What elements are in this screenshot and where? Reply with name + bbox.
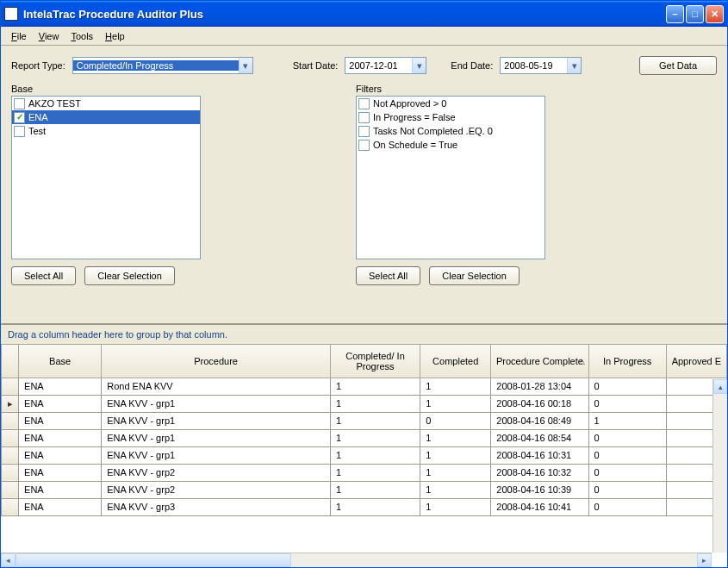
cell[interactable]: ENA KVV - grp3 bbox=[102, 498, 331, 515]
cell[interactable]: 2008-04-16 00:18 bbox=[491, 395, 588, 412]
cell[interactable]: 0 bbox=[588, 481, 666, 498]
list-item[interactable]: Tasks Not Completed .EQ. 0 bbox=[357, 124, 544, 138]
cell[interactable]: ENA KVV - grp2 bbox=[102, 481, 331, 498]
cell[interactable]: 2008-04-16 10:41 bbox=[491, 498, 588, 515]
cell[interactable]: 1 bbox=[420, 464, 491, 481]
checkbox-icon[interactable] bbox=[358, 98, 370, 109]
end-date-select[interactable]: 2008-05-19 ▾ bbox=[500, 57, 582, 74]
col-procedure-complete[interactable]: Procedure Complete△ bbox=[491, 345, 588, 378]
cell[interactable]: 1 bbox=[420, 481, 491, 498]
cell[interactable]: 1 bbox=[420, 378, 491, 395]
menu-file[interactable]: File bbox=[6, 29, 32, 43]
cell[interactable]: 0 bbox=[588, 429, 666, 446]
cell[interactable]: ENA bbox=[19, 378, 102, 395]
cell[interactable]: 0 bbox=[588, 464, 666, 481]
list-item[interactable]: AKZO TEST bbox=[12, 97, 200, 110]
cell[interactable]: ENA KVV - grp1 bbox=[102, 429, 331, 446]
report-type-select[interactable]: Completed/In Progress ▾ bbox=[72, 57, 253, 74]
cell[interactable]: ENA bbox=[19, 429, 102, 446]
horizontal-scrollbar[interactable]: ◂ ▸ bbox=[1, 552, 712, 567]
start-date-select[interactable]: 2007-12-01 ▾ bbox=[345, 57, 426, 74]
checkbox-icon[interactable]: ✓ bbox=[14, 112, 25, 123]
cell[interactable]: 2008-04-16 10:31 bbox=[491, 446, 588, 464]
cell[interactable]: ENA bbox=[19, 498, 102, 515]
chevron-down-icon[interactable]: ▾ bbox=[239, 58, 252, 73]
cell[interactable]: 0 bbox=[420, 412, 491, 429]
cell[interactable]: 1 bbox=[420, 429, 491, 446]
cell[interactable]: 0 bbox=[588, 378, 666, 395]
cell[interactable]: ENA KVV - grp1 bbox=[102, 395, 331, 412]
base-clear-selection-button[interactable]: Clear Selection bbox=[84, 266, 175, 285]
list-item[interactable]: ✓ENA bbox=[12, 110, 200, 124]
minimize-button[interactable]: – bbox=[666, 5, 684, 23]
checkbox-icon[interactable] bbox=[14, 98, 25, 109]
list-item[interactable]: Test bbox=[12, 124, 200, 138]
cell[interactable]: 0 bbox=[588, 395, 666, 412]
cell[interactable]: 1 bbox=[330, 498, 420, 515]
cell[interactable]: ENA bbox=[19, 481, 102, 498]
chevron-down-icon[interactable]: ▾ bbox=[567, 58, 581, 73]
cell[interactable]: 0 bbox=[588, 446, 666, 464]
cell[interactable]: ENA bbox=[19, 412, 102, 429]
col-in-progress[interactable]: In Progress bbox=[588, 345, 666, 378]
menu-view[interactable]: View bbox=[34, 29, 65, 43]
cell[interactable]: 1 bbox=[330, 429, 420, 446]
cell[interactable]: 2008-04-16 08:49 bbox=[491, 412, 588, 429]
menu-help[interactable]: Help bbox=[100, 29, 130, 43]
scroll-thumb[interactable] bbox=[16, 553, 291, 567]
cell[interactable]: 0 bbox=[588, 498, 666, 515]
table-row[interactable]: ENAENA KVV - grp1102008-04-16 08:491 bbox=[2, 412, 727, 429]
base-listbox[interactable]: AKZO TEST✓ENATest bbox=[11, 96, 201, 259]
table-row[interactable]: ▸ENAENA KVV - grp1112008-04-16 00:180 bbox=[2, 395, 727, 412]
list-item[interactable]: In Progress = False bbox=[357, 110, 544, 124]
cell[interactable]: ENA bbox=[19, 395, 102, 412]
checkbox-icon[interactable] bbox=[14, 126, 25, 137]
cell[interactable]: 1 bbox=[330, 446, 420, 464]
cell[interactable]: ENA KVV - grp1 bbox=[102, 412, 331, 429]
cell[interactable]: 1 bbox=[420, 498, 491, 515]
cell[interactable]: 1 bbox=[330, 481, 420, 498]
cell[interactable]: 1 bbox=[330, 412, 420, 429]
cell[interactable]: 1 bbox=[330, 464, 420, 481]
table-row[interactable]: ENARond ENA KVV112008-01-28 13:040 bbox=[2, 378, 727, 395]
cell[interactable]: Rond ENA KVV bbox=[102, 378, 331, 395]
col-approved[interactable]: Approved E bbox=[666, 345, 726, 378]
col-completed-in-progress[interactable]: Completed/ In Progress bbox=[330, 345, 420, 378]
cell[interactable]: 2008-04-16 08:54 bbox=[491, 429, 588, 446]
cell[interactable]: ENA bbox=[19, 446, 102, 464]
cell[interactable]: 1 bbox=[420, 446, 491, 464]
cell[interactable]: 2008-04-16 10:39 bbox=[491, 481, 588, 498]
scroll-track[interactable] bbox=[16, 553, 697, 567]
cell[interactable]: 1 bbox=[330, 395, 420, 412]
checkbox-icon[interactable] bbox=[358, 112, 370, 123]
scroll-left-icon[interactable]: ◂ bbox=[1, 553, 16, 567]
filters-select-all-button[interactable]: Select All bbox=[356, 266, 420, 285]
table-row[interactable]: ENAENA KVV - grp1112008-04-16 10:310 bbox=[2, 446, 727, 464]
col-procedure[interactable]: Procedure bbox=[102, 345, 331, 378]
cell[interactable]: 1 bbox=[588, 412, 666, 429]
col-completed[interactable]: Completed bbox=[420, 345, 491, 378]
checkbox-icon[interactable] bbox=[358, 126, 370, 137]
filters-listbox[interactable]: Not Approved > 0In Progress = FalseTasks… bbox=[356, 96, 545, 259]
cell[interactable]: 2008-04-16 10:32 bbox=[491, 464, 588, 481]
table-row[interactable]: ENAENA KVV - grp2112008-04-16 10:390 bbox=[2, 481, 727, 498]
maximize-button[interactable]: □ bbox=[686, 5, 704, 23]
cell[interactable]: ENA KVV - grp1 bbox=[102, 446, 331, 464]
checkbox-icon[interactable] bbox=[358, 140, 370, 151]
base-select-all-button[interactable]: Select All bbox=[11, 266, 76, 285]
table-row[interactable]: ENAENA KVV - grp1112008-04-16 08:540 bbox=[2, 429, 727, 446]
list-item[interactable]: On Schedule = True bbox=[357, 138, 544, 152]
cell[interactable]: 1 bbox=[420, 395, 491, 412]
filters-clear-selection-button[interactable]: Clear Selection bbox=[429, 266, 520, 285]
cell[interactable]: 2008-01-28 13:04 bbox=[491, 378, 588, 395]
list-item[interactable]: Not Approved > 0 bbox=[357, 97, 544, 110]
group-by-hint[interactable]: Drag a column header here to group by th… bbox=[1, 325, 727, 345]
scroll-up-icon[interactable]: ▴ bbox=[713, 379, 727, 394]
chevron-down-icon[interactable]: ▾ bbox=[412, 58, 426, 73]
table-row[interactable]: ENAENA KVV - grp3112008-04-16 10:410 bbox=[2, 498, 727, 515]
cell[interactable]: ENA bbox=[19, 464, 102, 481]
cell[interactable]: 1 bbox=[330, 378, 420, 395]
cell[interactable]: ENA KVV - grp2 bbox=[102, 464, 331, 481]
menu-tools[interactable]: Tools bbox=[65, 29, 98, 43]
data-grid[interactable]: Base Procedure Completed/ In Progress Co… bbox=[1, 345, 727, 516]
